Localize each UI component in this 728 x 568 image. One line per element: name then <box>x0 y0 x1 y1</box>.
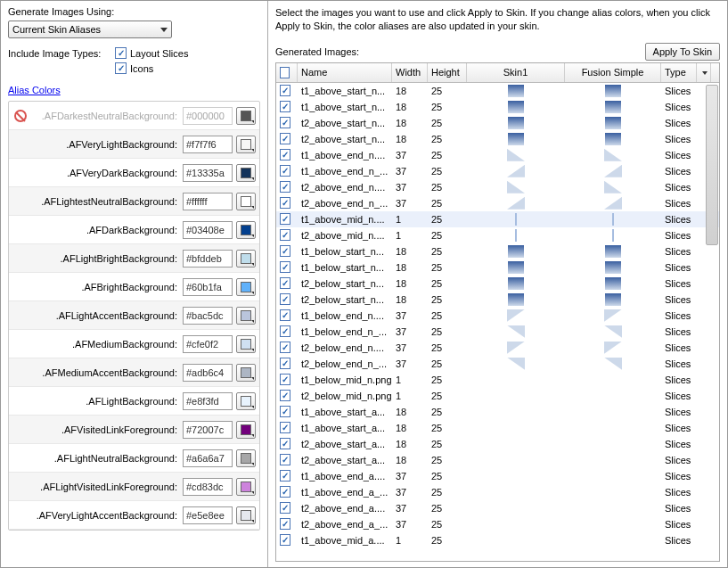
apply-to-skin-button[interactable]: Apply To Skin <box>645 43 720 61</box>
table-row[interactable]: t2_above_mid_n....125Slices <box>276 227 719 243</box>
color-picker-button[interactable] <box>236 136 256 153</box>
color-picker-button[interactable] <box>236 478 256 496</box>
alias-hex-input[interactable]: #03408e <box>183 221 233 239</box>
table-row[interactable]: t2_above_end_n....3725Slices <box>276 179 719 195</box>
row-checkbox[interactable] <box>280 486 290 498</box>
table-row[interactable]: t2_below_end_n....3725Slices <box>276 340 719 356</box>
row-checkbox[interactable] <box>280 213 290 225</box>
alias-hex-input[interactable]: #ffffff <box>183 193 233 210</box>
table-row[interactable]: t1_above_start_n...1825Slices <box>276 99 719 115</box>
row-checkbox[interactable] <box>280 534 290 546</box>
row-checkbox[interactable] <box>280 149 290 161</box>
table-row[interactable]: t2_above_start_n...1825Slices <box>276 131 719 147</box>
row-checkbox[interactable] <box>280 277 290 289</box>
color-picker-button[interactable] <box>236 307 256 325</box>
table-row[interactable]: t1_above_start_a...1825Slices <box>276 404 719 420</box>
row-checkbox[interactable] <box>280 406 290 417</box>
col-width[interactable]: Width <box>392 63 428 82</box>
alias-hex-input[interactable]: #bac5dc <box>183 307 233 325</box>
table-row[interactable]: t2_above_start_a...1825Slices <box>276 436 719 452</box>
col-menu[interactable] <box>697 63 711 82</box>
row-checkbox[interactable] <box>280 502 290 514</box>
skin-dropdown[interactable]: Current Skin Aliases <box>8 21 172 38</box>
row-checkbox[interactable] <box>280 85 290 96</box>
table-row[interactable]: t2_below_mid_n.png125Slices <box>276 388 719 404</box>
color-picker-button[interactable] <box>236 364 256 382</box>
col-checkbox[interactable] <box>276 63 298 82</box>
row-checkbox[interactable] <box>280 309 290 321</box>
row-checkbox[interactable] <box>280 261 290 273</box>
row-checkbox[interactable] <box>280 117 290 128</box>
row-checkbox[interactable] <box>280 229 290 241</box>
color-picker-button[interactable] <box>236 164 256 182</box>
row-checkbox[interactable] <box>280 422 290 433</box>
color-picker-button[interactable] <box>236 193 256 210</box>
table-row[interactable]: t1_above_end_a_...3725Slices <box>276 484 719 500</box>
table-row[interactable]: t1_above_mid_a....125Slices <box>276 532 719 548</box>
alias-hex-input[interactable]: #13335a <box>183 164 233 182</box>
row-checkbox[interactable] <box>280 101 290 112</box>
icons-checkbox[interactable] <box>115 62 127 74</box>
alias-hex-input[interactable]: #e8f3fd <box>183 392 233 410</box>
table-row[interactable]: t1_above_end_n....3725Slices <box>276 147 719 163</box>
layout-slices-checkbox[interactable] <box>115 47 127 59</box>
select-all-checkbox[interactable] <box>280 67 290 78</box>
color-picker-button[interactable] <box>236 449 256 467</box>
table-row[interactable]: t1_below_start_n...1825Slices <box>276 243 719 259</box>
table-row[interactable]: t1_below_end_n_...3725Slices <box>276 324 719 340</box>
row-checkbox[interactable] <box>280 358 290 369</box>
table-row[interactable]: t1_above_end_a....3725Slices <box>276 468 719 484</box>
table-row[interactable]: t2_below_end_n_...3725Slices <box>276 356 719 372</box>
alias-hex-input[interactable]: #60b1fa <box>183 278 233 296</box>
row-checkbox[interactable] <box>280 133 290 144</box>
table-row[interactable]: t1_above_start_n...1825Slices <box>276 83 719 99</box>
color-picker-button[interactable] <box>236 250 256 268</box>
alias-hex-input[interactable]: #a6a6a7 <box>183 449 233 467</box>
table-row[interactable]: t2_above_start_n...1825Slices <box>276 115 719 131</box>
row-checkbox[interactable] <box>280 454 290 465</box>
table-row[interactable]: t1_above_mid_n....125Slices <box>276 211 719 227</box>
table-row[interactable]: t2_above_end_a....3725Slices <box>276 500 719 516</box>
table-row[interactable]: t1_below_mid_n.png125Slices <box>276 372 719 388</box>
table-row[interactable]: t1_above_start_a...1825Slices <box>276 420 719 436</box>
row-checkbox[interactable] <box>280 518 290 530</box>
table-row[interactable]: t2_above_end_n_...3725Slices <box>276 195 719 211</box>
col-fusion[interactable]: Fusion Simple <box>565 63 661 82</box>
row-checkbox[interactable] <box>280 325 290 337</box>
row-checkbox[interactable] <box>280 181 290 193</box>
table-row[interactable]: t1_below_end_n....3725Slices <box>276 308 719 324</box>
row-checkbox[interactable] <box>280 390 290 401</box>
col-name[interactable]: Name <box>298 63 392 82</box>
scrollbar-thumb[interactable] <box>706 85 718 245</box>
row-checkbox[interactable] <box>280 342 290 353</box>
table-row[interactable]: t2_below_start_n...1825Slices <box>276 292 719 308</box>
row-checkbox[interactable] <box>280 165 290 177</box>
col-skin1[interactable]: Skin1 <box>467 63 565 82</box>
alias-hex-input[interactable]: #72007c <box>183 421 233 439</box>
row-checkbox[interactable] <box>280 470 290 482</box>
alias-colors-link[interactable]: Alias Colors <box>8 85 61 95</box>
col-type[interactable]: Type <box>661 63 697 82</box>
alias-hex-input[interactable]: #f7f7f6 <box>183 136 233 153</box>
row-checkbox[interactable] <box>280 197 290 209</box>
color-picker-button[interactable] <box>236 221 256 239</box>
color-picker-button[interactable] <box>236 506 256 524</box>
row-checkbox[interactable] <box>280 293 290 305</box>
table-row[interactable]: t1_above_end_n_...3725Slices <box>276 163 719 179</box>
table-row[interactable]: t2_above_end_a_...3725Slices <box>276 516 719 532</box>
table-row[interactable]: t1_below_start_n...1825Slices <box>276 259 719 276</box>
color-picker-button[interactable] <box>236 335 256 353</box>
color-picker-button[interactable] <box>236 392 256 410</box>
color-picker-button[interactable] <box>236 278 256 296</box>
row-checkbox[interactable] <box>280 245 290 257</box>
table-row[interactable]: t2_below_start_n...1825Slices <box>276 276 719 292</box>
alias-hex-input[interactable]: #e5e8ee <box>183 506 233 524</box>
col-height[interactable]: Height <box>428 63 467 82</box>
table-row[interactable]: t2_above_start_a...1825Slices <box>276 452 719 468</box>
alias-hex-input[interactable]: #cd83dc <box>183 478 233 496</box>
row-checkbox[interactable] <box>280 438 290 449</box>
alias-hex-input[interactable]: #bfddeb <box>183 250 233 268</box>
alias-hex-input[interactable]: #adb6c4 <box>183 364 233 382</box>
row-checkbox[interactable] <box>280 374 290 385</box>
color-picker-button[interactable] <box>236 421 256 439</box>
